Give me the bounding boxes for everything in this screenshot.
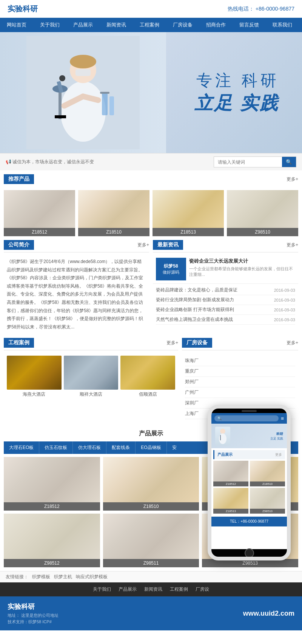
hero-banner: 专注 科研 立足 实践 <box>0 32 302 153</box>
phone-p1-label: Z18512 <box>213 481 248 486</box>
news-item-4[interactable]: 天然气价格上调拖卫企业需在成本挑战 2016-09-03 <box>156 315 295 325</box>
phone-nav-header: 🔍 ≡ <box>211 413 287 424</box>
friends-link-1[interactable]: 织梦模板 <box>32 574 50 580</box>
phone-p4-label: Z98510 <box>250 509 285 514</box>
svg-point-3 <box>70 55 96 68</box>
phone-screen: 🔍 ≡ 科研 立足 实践 <box>211 413 287 549</box>
news-featured-img: 织梦58 做好源码 <box>156 258 186 280</box>
factory-item-2[interactable]: 重庆厂 <box>185 366 295 377</box>
tab-strip[interactable]: 配套线条 <box>106 441 136 454</box>
friends-link-3[interactable]: 响应式织梦模板 <box>76 574 108 580</box>
tab-marble-eo[interactable]: 大理石EO板 <box>4 441 39 454</box>
svg-rect-5 <box>59 89 62 119</box>
tab-marble[interactable]: 仿大理石板 <box>73 441 106 454</box>
footer-nav: 关于我们 产品展示 新闻资讯 工程案例 厂房设 <box>0 582 302 596</box>
search-button[interactable]: 🔍 <box>282 157 296 167</box>
hotline-number: +86-0000-96877 <box>256 6 294 12</box>
news-item-2[interactable]: 瓷砖行业洗牌局势加剧 创新成发展动力 2016-09-03 <box>156 295 295 305</box>
recommended-grid: Z18512 Z18510 Z18513 Z98510 <box>4 187 298 236</box>
phone-p3-label: Z18513 <box>213 509 248 514</box>
recommended-title: 推荐产品 <box>4 174 34 184</box>
case-card-1[interactable]: 海燕大酒店 <box>7 356 62 399</box>
factory-more[interactable]: 更多+ <box>287 340 298 346</box>
phone-product-4: Z98510 <box>250 488 285 514</box>
news-list: 瓷砖品牌建设：文化是核心，品质是保证 2016-09-03 瓷砖行业洗牌局势加剧… <box>153 284 298 326</box>
news-more[interactable]: 更多+ <box>287 242 298 248</box>
svg-point-9 <box>59 75 65 81</box>
news-item-1[interactable]: 瓷砖品牌建设：文化是核心，品质是保证 2016-09-03 <box>156 285 295 295</box>
product-card-3[interactable]: Z18513 <box>153 190 224 236</box>
phone-more-label: 更多 <box>275 452 282 457</box>
phone-products-label: 产品展示 更多 <box>213 450 285 459</box>
showcase-card-2[interactable]: Z18510 <box>103 457 199 511</box>
tab-more[interactable]: 安 <box>167 441 182 454</box>
phone-p2-label: Z18510 <box>250 481 285 486</box>
product-card-1[interactable]: Z18512 <box>4 190 75 236</box>
showcase-code-2: Z18510 <box>103 502 199 511</box>
case-card-3[interactable]: 佰顺酒店 <box>120 356 175 399</box>
banner-scientist-area <box>0 32 166 153</box>
phone-product-3: Z18513 <box>213 488 248 514</box>
main-nav: 网站首页 关于我们 产品展示 新闻资讯 工程案例 厂房设备 招商合作 留言反馈 … <box>0 18 302 32</box>
phone-search-icon: 🔍 <box>217 416 222 420</box>
footer-nav-cases[interactable]: 工程案例 <box>170 586 188 593</box>
news-item-date-4: 2016-09-03 <box>274 317 295 322</box>
hotline: 热线电话： +86-0000-96877 <box>228 6 294 12</box>
news-featured[interactable]: 织梦58 做好源码 瓷砖企业三大长远发展大计 一个企业运营都希望自身能够健康长远… <box>153 255 298 284</box>
news-featured-title: 瓷砖企业三大长远发展大计 <box>189 258 295 265</box>
banner-line1: 专注 科研 <box>194 70 279 91</box>
nav-feedback[interactable]: 留言反馈 <box>233 18 266 32</box>
nav-about[interactable]: 关于我们 <box>33 18 66 32</box>
phone-banner-text: 科研 立足 实践 <box>270 432 283 441</box>
footer-nav-news[interactable]: 新闻资讯 <box>144 586 162 593</box>
search-input[interactable] <box>214 158 282 167</box>
svg-point-1 <box>60 81 106 142</box>
footer-nav-about[interactable]: 关于我们 <box>93 586 111 593</box>
phone-menu-icon: ≡ <box>281 415 284 421</box>
product-code-2: Z18510 <box>78 228 149 236</box>
search-notice: 诚信为本，市场永远在变，诚信永远不变 <box>6 159 210 165</box>
svg-rect-14 <box>100 92 109 94</box>
friends-link-2[interactable]: 织梦主机 <box>54 574 72 580</box>
company-news-row: 公司简介 更多+ 《织梦58》诞生于2014年6月（www.dede58.com… <box>0 240 302 338</box>
nav-invest[interactable]: 招商合作 <box>199 18 233 32</box>
nav-products[interactable]: 产品展示 <box>66 18 100 32</box>
news-item-3[interactable]: 瓷砖企业战略创新 打开市场方能获得利 2016-09-03 <box>156 305 295 315</box>
showcase-card-4[interactable]: Z98512 <box>4 514 100 567</box>
case-card-2[interactable]: 顺祥大酒店 <box>64 356 119 399</box>
tab-jade[interactable]: 仿玉石纹板 <box>39 441 73 454</box>
news-item-date-2: 2016-09-03 <box>274 298 295 302</box>
showcase-card-5[interactable]: Z98511 <box>103 514 199 567</box>
svg-line-11 <box>83 96 98 100</box>
nav-cases[interactable]: 工程案例 <box>133 18 166 32</box>
factory-item-3[interactable]: 郑州厂 <box>185 377 295 387</box>
factory-item-4[interactable]: 广州厂 <box>185 387 295 398</box>
cases-more[interactable]: 更多+ <box>166 340 178 346</box>
tab-crystal[interactable]: EO晶钢板 <box>136 441 166 454</box>
factory-item-1[interactable]: 珠海厂 <box>185 356 295 366</box>
footer-nav-products[interactable]: 产品展示 <box>119 586 137 593</box>
phone-product-label: 产品展示 <box>217 452 233 457</box>
nav-news[interactable]: 新闻资讯 <box>100 18 133 32</box>
search-bar: 诚信为本，市场永远在变，诚信永远不变 🔍 <box>0 153 302 170</box>
recommended-more[interactable]: 更多+ <box>287 176 298 183</box>
news-source-sub: 做好源码 <box>163 269 179 275</box>
news-title: 最新资讯 <box>153 240 183 250</box>
nav-contact[interactable]: 联系我们 <box>266 18 299 32</box>
phone-bottom <box>211 549 287 557</box>
product-card-4[interactable]: Z98510 <box>227 190 298 236</box>
footer-address-label: 地址： <box>8 613 20 618</box>
site-logo: 实验科研 <box>8 4 38 14</box>
company-more[interactable]: 更多+ <box>137 242 149 248</box>
friends-links: 友情链接： 织梦模板 织梦主机 响应式织梦模板 <box>0 571 302 582</box>
cases-title: 工程案例 <box>4 338 34 348</box>
showcase-card-1[interactable]: Z18512 <box>4 457 100 511</box>
product-card-2[interactable]: Z18510 <box>78 190 149 236</box>
case-name-2: 顺祥大酒店 <box>64 390 119 399</box>
footer-nav-factory[interactable]: 厂房设 <box>196 586 209 593</box>
nav-factory[interactable]: 厂房设备 <box>166 18 199 32</box>
recommended-products-section: 推荐产品 更多+ Z18512 Z18510 Z18513 Z98510 <box>0 170 302 236</box>
phone-product-1: Z18512 <box>213 461 248 486</box>
cases-section: 工程案例 更多+ 海燕大酒店 顺祥大酒店 佰顺酒店 <box>4 338 178 422</box>
nav-home[interactable]: 网站首页 <box>0 18 33 32</box>
